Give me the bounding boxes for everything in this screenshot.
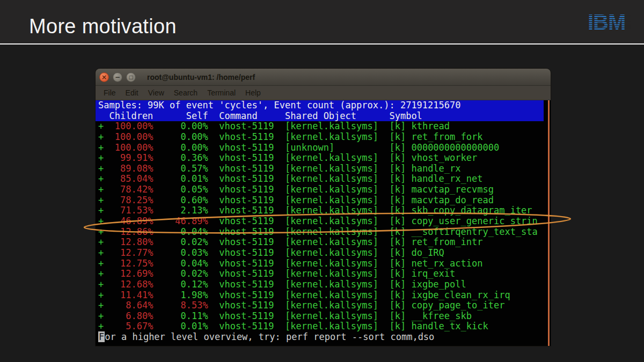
row-expander[interactable]: +	[98, 205, 104, 216]
perf-row[interactable]: + 12.86% 0.04% vhost-5119 [kernel.kallsy…	[96, 227, 551, 238]
row-expander[interactable]: +	[98, 173, 104, 184]
row-expander[interactable]: +	[98, 237, 104, 247]
perf-row[interactable]: + 5.67% 0.01% vhost-5119 [kernel.kallsym…	[96, 321, 551, 332]
row-expander[interactable]: +	[98, 121, 104, 131]
self-percent: 46.89%	[153, 216, 208, 226]
row-symbol-text: vhost-5119 [kernel.kallsyms] [k] net_rx_…	[208, 258, 483, 269]
row-expander[interactable]: +	[98, 131, 104, 142]
children-percent: 100.00%	[104, 121, 153, 131]
row-expander[interactable]: +	[98, 163, 104, 174]
row-expander[interactable]: +	[98, 300, 104, 311]
row-symbol-text: vhost-5119 [kernel.kallsyms] [k] macvtap…	[208, 195, 494, 205]
children-percent: 85.04%	[104, 173, 153, 184]
self-percent: 0.03%	[153, 247, 208, 258]
row-symbol-text: vhost-5119 [kernel.kallsyms] [k] copy_us…	[208, 216, 538, 226]
self-percent: 0.12%	[153, 279, 208, 290]
self-percent: 0.00%	[153, 121, 208, 131]
perf-row[interactable]: + 100.00% 0.00% vhost-5119 [kernel.kalls…	[96, 132, 551, 143]
row-symbol-text: vhost-5119 [unknown] [k] 000000000000000…	[208, 142, 499, 153]
self-percent: 0.01%	[153, 321, 208, 331]
minimize-icon: −	[115, 73, 120, 81]
row-expander[interactable]: +	[98, 184, 104, 195]
terminal-content: Samples: 99K of event 'cycles', Event co…	[96, 100, 551, 346]
terminal-window: × − □ root@ubuntu-vm1: /home/perf FileEd…	[96, 69, 551, 346]
self-percent: 0.00%	[153, 142, 208, 153]
perf-row[interactable]: + 100.00% 0.00% vhost-5119 [kernel.kalls…	[96, 121, 551, 132]
perf-row[interactable]: + 99.91% 0.36% vhost-5119 [kernel.kallsy…	[96, 153, 551, 164]
children-percent: 99.91%	[104, 152, 153, 163]
perf-row[interactable]: + 11.41% 1.98% vhost-5119 [kernel.kallsy…	[96, 290, 551, 301]
maximize-button[interactable]: □	[126, 72, 136, 82]
row-symbol-text: vhost-5119 [kernel.kallsyms] [k] copy_pa…	[208, 300, 505, 311]
self-percent: 0.00%	[153, 131, 208, 142]
window-title: root@ubuntu-vm1: /home/perf	[147, 73, 255, 82]
row-symbol-text: vhost-5119 [kernel.kallsyms] [k] kthread	[208, 121, 450, 131]
perf-row-highlighted[interactable]: + 46.89% 46.89% vhost-5119 [kernel.kalls…	[96, 216, 551, 227]
row-expander[interactable]: +	[98, 311, 104, 321]
self-percent: 0.04%	[153, 258, 208, 269]
children-percent: 71.53%	[104, 205, 153, 216]
close-button[interactable]: ×	[99, 72, 109, 82]
row-expander[interactable]: +	[98, 142, 104, 153]
row-expander[interactable]: +	[98, 258, 104, 269]
self-percent: 0.04%	[153, 226, 208, 237]
row-symbol-text: vhost-5119 [kernel.kallsyms] [k] macvtap…	[208, 184, 494, 195]
perf-row[interactable]: + 12.77% 0.03% vhost-5119 [kernel.kallsy…	[96, 248, 551, 258]
row-expander[interactable]: +	[98, 152, 104, 163]
menu-item-search[interactable]: Search	[169, 88, 202, 97]
row-symbol-text: vhost-5119 [kernel.kallsyms] [k] ixgbe_p…	[208, 279, 466, 290]
row-expander[interactable]: +	[98, 321, 104, 331]
children-percent: 11.41%	[104, 290, 153, 300]
perf-row[interactable]: + 78.42% 0.05% vhost-5119 [kernel.kallsy…	[96, 184, 551, 195]
menu-item-file[interactable]: File	[99, 88, 121, 97]
perf-row[interactable]: + 100.00% 0.00% vhost-5119 [unknown] [k]…	[96, 143, 551, 153]
terminal-titlebar[interactable]: × − □ root@ubuntu-vm1: /home/perf	[96, 69, 551, 86]
terminal-cursor: F	[98, 331, 105, 342]
row-symbol-text: vhost-5119 [kernel.kallsyms] [k] ret_fro…	[208, 131, 483, 142]
perf-row[interactable]: + 12.80% 0.02% vhost-5119 [kernel.kallsy…	[96, 237, 551, 248]
children-percent: 12.69%	[104, 268, 153, 279]
self-percent: 2.13%	[153, 205, 208, 216]
perf-row[interactable]: + 85.04% 0.01% vhost-5119 [kernel.kallsy…	[96, 174, 551, 184]
children-percent: 78.25%	[104, 195, 153, 205]
row-expander[interactable]: +	[98, 226, 104, 237]
row-symbol-text: vhost-5119 [kernel.kallsyms] [k] ret_fro…	[208, 237, 483, 247]
menu-item-terminal[interactable]: Terminal	[202, 88, 240, 97]
children-percent: 12.68%	[104, 279, 153, 290]
close-icon: ×	[101, 73, 107, 81]
row-expander[interactable]: +	[98, 290, 104, 300]
row-symbol-text: vhost-5119 [kernel.kallsyms] [k] irq_exi…	[208, 268, 456, 279]
menu-item-edit[interactable]: Edit	[121, 88, 143, 97]
children-percent: 12.77%	[104, 247, 153, 258]
row-expander[interactable]: +	[98, 216, 104, 226]
children-percent: 12.86%	[104, 226, 153, 237]
row-expander[interactable]: +	[98, 268, 104, 279]
terminal-edge-line	[548, 100, 550, 346]
perf-row[interactable]: + 78.25% 0.60% vhost-5119 [kernel.kallsy…	[96, 195, 551, 206]
self-percent: 8.53%	[153, 300, 208, 311]
row-expander[interactable]: +	[98, 279, 104, 290]
children-percent: 89.08%	[104, 163, 153, 174]
perf-row[interactable]: + 12.69% 0.02% vhost-5119 [kernel.kallsy…	[96, 269, 551, 279]
row-expander[interactable]: +	[98, 247, 104, 258]
perf-row[interactable]: + 8.64% 8.53% vhost-5119 [kernel.kallsym…	[96, 300, 551, 311]
row-expander[interactable]: +	[98, 195, 104, 205]
row-symbol-text: vhost-5119 [kernel.kallsyms] [k] do_IRQ	[208, 247, 444, 258]
row-symbol-text: vhost-5119 [kernel.kallsyms] [k] skb_cop…	[208, 205, 532, 216]
perf-row[interactable]: + 6.80% 0.11% vhost-5119 [kernel.kallsym…	[96, 311, 551, 322]
self-percent: 0.57%	[153, 163, 208, 174]
menu-item-help[interactable]: Help	[240, 88, 266, 97]
perf-samples-header: Samples: 99K of event 'cycles', Event co…	[96, 100, 544, 111]
minimize-button[interactable]: −	[113, 72, 122, 82]
self-percent: 0.11%	[153, 311, 208, 321]
page-title: More motivation	[29, 15, 177, 38]
perf-row[interactable]: + 71.53% 2.13% vhost-5119 [kernel.kallsy…	[96, 205, 551, 216]
row-symbol-text: vhost-5119 [kernel.kallsyms] [k] __softi…	[208, 226, 538, 237]
perf-row[interactable]: + 89.08% 0.57% vhost-5119 [kernel.kallsy…	[96, 164, 551, 174]
perf-row[interactable]: + 12.68% 0.12% vhost-5119 [kernel.kallsy…	[96, 279, 551, 290]
children-percent: 12.75%	[104, 258, 153, 269]
perf-row[interactable]: + 12.75% 0.04% vhost-5119 [kernel.kallsy…	[96, 258, 551, 269]
menu-item-view[interactable]: View	[143, 88, 169, 97]
self-percent: 0.02%	[153, 237, 208, 247]
children-percent: 46.89%	[104, 216, 153, 226]
